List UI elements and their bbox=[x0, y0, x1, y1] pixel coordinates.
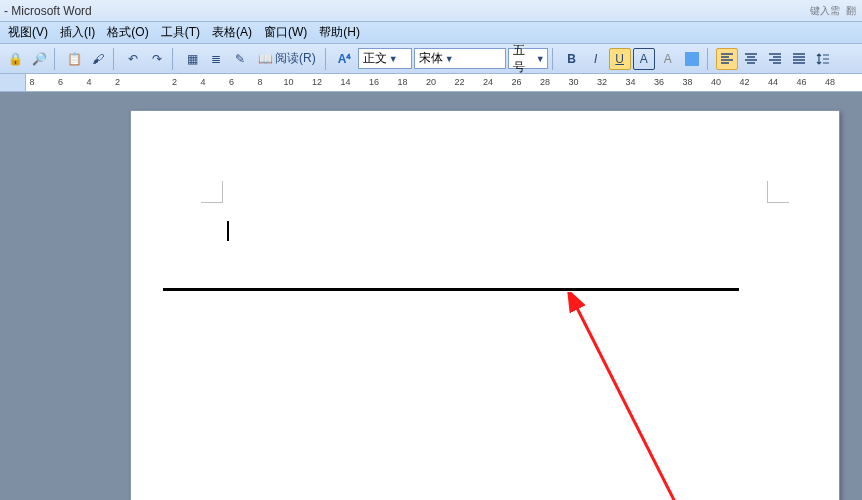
highlight-dropdown-icon[interactable] bbox=[681, 48, 703, 70]
separator bbox=[172, 48, 177, 70]
ruler-tick: 20 bbox=[426, 77, 436, 87]
ruler-tick: 10 bbox=[283, 77, 293, 87]
window-extra: 翻 bbox=[846, 0, 856, 22]
reading-layout-button[interactable]: 📖 阅读(R) bbox=[253, 48, 321, 70]
char-shading-button[interactable]: A bbox=[657, 48, 679, 70]
menu-tools[interactable]: 工具(T) bbox=[155, 22, 206, 43]
align-right-button[interactable] bbox=[764, 48, 786, 70]
align-left-button[interactable] bbox=[716, 48, 738, 70]
chevron-down-icon: ▼ bbox=[445, 54, 454, 64]
page[interactable] bbox=[130, 110, 840, 500]
document-workspace bbox=[0, 92, 862, 500]
font-combo[interactable]: 宋体 ▼ bbox=[414, 48, 506, 69]
ruler-tick: 16 bbox=[369, 77, 379, 87]
menu-bar: 视图(V) 插入(I) 格式(O) 工具(T) 表格(A) 窗口(W) 帮助(H… bbox=[0, 22, 862, 44]
separator bbox=[113, 48, 118, 70]
menu-view[interactable]: 视图(V) bbox=[2, 22, 54, 43]
ruler-tick: 48 bbox=[825, 77, 835, 87]
ruler-tick: 12 bbox=[312, 77, 322, 87]
window-help-hint: 键入需 bbox=[810, 0, 840, 22]
menu-window[interactable]: 窗口(W) bbox=[258, 22, 313, 43]
style-combo[interactable]: 正文 ▼ bbox=[358, 48, 412, 69]
ruler-tick: 28 bbox=[540, 77, 550, 87]
ruler-tick: 40 bbox=[711, 77, 721, 87]
style-value: 正文 bbox=[363, 50, 387, 67]
separator bbox=[707, 48, 712, 70]
permission-icon[interactable]: 🔒 bbox=[4, 48, 26, 70]
size-value: 五号 bbox=[513, 42, 534, 76]
italic-button[interactable]: I bbox=[585, 48, 607, 70]
ruler-tick: 4 bbox=[200, 77, 205, 87]
table-insert-icon[interactable]: ▦ bbox=[181, 48, 203, 70]
ruler-tick: 24 bbox=[483, 77, 493, 87]
separator bbox=[54, 48, 59, 70]
ruler-tick: 8 bbox=[257, 77, 262, 87]
toolbar: 🔒 🔎 📋 🖌 ↶ ↷ ▦ ≣ ✎ 📖 阅读(R) A⁴ 正文 ▼ 宋体 ▼ 五… bbox=[0, 44, 862, 74]
font-value: 宋体 bbox=[419, 50, 443, 67]
horizontal-ruler[interactable]: 8642246810121416182022242628303234363840… bbox=[26, 74, 862, 91]
ruler-tick: 34 bbox=[625, 77, 635, 87]
reading-label: 阅读(R) bbox=[275, 50, 316, 67]
book-icon: 📖 bbox=[258, 52, 273, 66]
chevron-down-icon: ▼ bbox=[536, 54, 545, 64]
ruler-tick: 4 bbox=[86, 77, 91, 87]
ruler-tick: 14 bbox=[340, 77, 350, 87]
ruler-tick: 22 bbox=[454, 77, 464, 87]
paste-icon[interactable]: 📋 bbox=[63, 48, 85, 70]
highlight-swatch-icon bbox=[685, 52, 699, 66]
font-size-combo[interactable]: 五号 ▼ bbox=[508, 48, 548, 69]
horizontal-rule-line bbox=[163, 288, 739, 291]
ruler-tick: 26 bbox=[511, 77, 521, 87]
menu-table[interactable]: 表格(A) bbox=[206, 22, 258, 43]
research-icon[interactable]: 🔎 bbox=[28, 48, 50, 70]
char-border-button[interactable]: A bbox=[633, 48, 655, 70]
redo-icon[interactable]: ↷ bbox=[146, 48, 168, 70]
ruler-tick: 46 bbox=[796, 77, 806, 87]
chevron-down-icon: ▼ bbox=[389, 54, 398, 64]
line-spacing-button[interactable] bbox=[812, 48, 834, 70]
ruler-tick: 6 bbox=[58, 77, 63, 87]
ruler-tick: 38 bbox=[682, 77, 692, 87]
ruler-tick: 2 bbox=[172, 77, 177, 87]
ruler-tick: 8 bbox=[29, 77, 34, 87]
text-cursor bbox=[227, 221, 229, 241]
ruler-corner bbox=[0, 74, 26, 91]
ruler-tick: 32 bbox=[597, 77, 607, 87]
drawing-icon[interactable]: ✎ bbox=[229, 48, 251, 70]
format-painter-icon[interactable]: 🖌 bbox=[87, 48, 109, 70]
separator bbox=[325, 48, 330, 70]
ruler-row: 8642246810121416182022242628303234363840… bbox=[0, 74, 862, 92]
columns-icon[interactable]: ≣ bbox=[205, 48, 227, 70]
menu-insert[interactable]: 插入(I) bbox=[54, 22, 101, 43]
window-title: - Microsoft Word bbox=[4, 0, 92, 22]
ruler-tick: 2 bbox=[115, 77, 120, 87]
ruler-tick: 6 bbox=[229, 77, 234, 87]
margin-corner-top-right-icon bbox=[767, 181, 789, 203]
align-center-button[interactable] bbox=[740, 48, 762, 70]
undo-icon[interactable]: ↶ bbox=[122, 48, 144, 70]
menu-format[interactable]: 格式(O) bbox=[101, 22, 154, 43]
margin-corner-top-left-icon bbox=[201, 181, 223, 203]
bold-button[interactable]: B bbox=[561, 48, 583, 70]
font-scale-icon[interactable]: A⁴ bbox=[334, 48, 356, 70]
menu-help[interactable]: 帮助(H) bbox=[313, 22, 366, 43]
ruler-tick: 44 bbox=[768, 77, 778, 87]
separator bbox=[552, 48, 557, 70]
align-justify-button[interactable] bbox=[788, 48, 810, 70]
title-bar: - Microsoft Word 键入需 翻 bbox=[0, 0, 862, 22]
ruler-tick: 42 bbox=[739, 77, 749, 87]
alignment-group bbox=[716, 48, 810, 70]
ruler-tick: 18 bbox=[397, 77, 407, 87]
ruler-tick: 30 bbox=[568, 77, 578, 87]
underline-button[interactable]: U bbox=[609, 48, 631, 70]
window-right-cluster: 键入需 翻 bbox=[810, 0, 862, 22]
ruler-tick: 36 bbox=[654, 77, 664, 87]
